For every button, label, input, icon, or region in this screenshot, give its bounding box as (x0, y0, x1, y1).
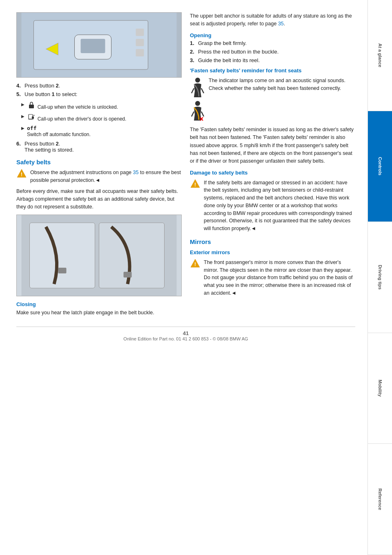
svg-rect-19 (58, 268, 67, 273)
svg-text:!: ! (194, 261, 196, 267)
tab-driving-tips[interactable]: Driving tips (368, 222, 392, 333)
right-sidebar: At a glance Controls Driving tips Mobili… (368, 0, 392, 555)
damage-warning-text: If the safety belts are damaged or stres… (204, 179, 355, 233)
svg-rect-7 (136, 49, 144, 56)
exterior-mirrors-heading: Exterior mirrors (190, 249, 355, 255)
svg-rect-5 (136, 29, 144, 36)
svg-rect-10 (32, 116, 34, 119)
exterior-mirrors-text: The front passenger's mirror is more con… (204, 259, 355, 297)
sub-item-door: ▶ Call-up when the driver's door is open… (21, 113, 182, 122)
main-content: 4. Press button 2. 5. Use button 1 to se… (0, 0, 368, 555)
seated-person-icon (190, 77, 205, 99)
arrow-icon: ▶ (21, 102, 24, 107)
svg-rect-3 (81, 39, 105, 53)
svg-point-24 (195, 101, 200, 106)
step-4: 4. Press button 2. (16, 83, 182, 89)
sub-items-list: ▶ Call-up when the vehicle is unlocked. … (21, 101, 182, 137)
steps-list: 4. Press button 2. 5. Use button 1 to se… (16, 83, 182, 97)
belt-anchor-intro: The upper belt anchor is suitable for ad… (190, 12, 355, 28)
fasten-reminder-heading: 'Fasten safety belts' reminder for front… (190, 67, 355, 74)
page-footer: 41 Online Edition for Part no. 01 41 2 6… (16, 327, 355, 343)
seated-person-belt-icon (190, 100, 205, 123)
step-5: 5. Use button 1 to select: (16, 91, 182, 97)
lock-icon (27, 101, 36, 109)
left-column: 4. Press button 2. 5. Use button 1 to se… (16, 12, 182, 320)
fasten-info-block: The indicator lamps come on and an acous… (190, 77, 355, 123)
right-column: The upper belt anchor is suitable for ad… (190, 12, 355, 320)
opening-steps: 1. Grasp the belt firmly. 2. Press the r… (190, 40, 355, 63)
svg-line-22 (192, 88, 194, 93)
footer-text: Online Edition for Part no. 01 41 2 600 … (16, 336, 355, 341)
svg-line-26 (201, 112, 204, 116)
tab-reference[interactable]: Reference (368, 444, 392, 555)
damage-heading: Damage to safety belts (190, 170, 355, 176)
diagram-image (16, 12, 182, 78)
damage-warning-icon: ! (190, 179, 200, 188)
opening-heading: Opening (190, 32, 355, 38)
fasten-reminder-para: The 'Fasten safety belts' reminder is is… (190, 126, 355, 166)
exterior-warning-icon: ! (190, 259, 200, 268)
svg-line-25 (192, 112, 194, 116)
fasten-info-text: The indicator lamps come on and an acous… (209, 77, 355, 93)
exterior-mirrors-warning: ! The front passenger's mirror is more c… (190, 259, 355, 297)
sub-item-off: ▶ off Switch off automatic function. (21, 125, 182, 137)
page-number: 41 (16, 330, 355, 336)
warning-triangle-icon: ! (16, 169, 27, 178)
tab-mobility[interactable]: Mobility (368, 333, 392, 444)
safety-belts-heading: Safety belts (16, 159, 182, 166)
open-step-2: 2. Press the red button in the buckle. (190, 49, 355, 55)
svg-text:!: ! (194, 181, 196, 188)
tab-controls[interactable]: Controls (368, 111, 392, 222)
door-icon (27, 113, 36, 121)
svg-rect-6 (136, 39, 144, 46)
svg-rect-20 (124, 272, 132, 278)
arrow-icon-2: ▶ (21, 114, 24, 119)
arrow-icon-3: ▶ (21, 126, 24, 130)
open-step-1: 1. Grasp the belt firmly. (190, 40, 355, 46)
open-step-3: 3. Guide the belt into its reel. (190, 57, 355, 63)
svg-line-23 (201, 88, 204, 93)
svg-rect-17 (30, 223, 95, 288)
step6-list: 6. Press button 2. The setting is stored… (16, 141, 182, 153)
closing-text: Make sure you hear the latch plate engag… (16, 309, 182, 317)
svg-rect-8 (29, 105, 34, 108)
step-6: 6. Press button 2. The setting is stored… (16, 141, 182, 153)
svg-text:!: ! (21, 171, 22, 177)
belt-image (16, 215, 182, 296)
safety-belts-para: Before every drive, make sure that all o… (16, 188, 182, 211)
mirrors-heading: Mirrors (190, 238, 355, 245)
safety-belts-warning: ! Observe the adjustment instructions on… (16, 169, 182, 184)
tab-at-a-glance[interactable]: At a glance (368, 0, 392, 111)
svg-rect-18 (99, 223, 165, 288)
damage-warning-box: ! If the safety belts are damaged or str… (190, 179, 355, 233)
closing-heading: Closing (16, 301, 182, 307)
sub-item-lock: ▶ Call-up when the vehicle is unlocked. (21, 101, 182, 110)
seat-belt-icons (190, 77, 205, 123)
svg-point-21 (195, 78, 200, 83)
